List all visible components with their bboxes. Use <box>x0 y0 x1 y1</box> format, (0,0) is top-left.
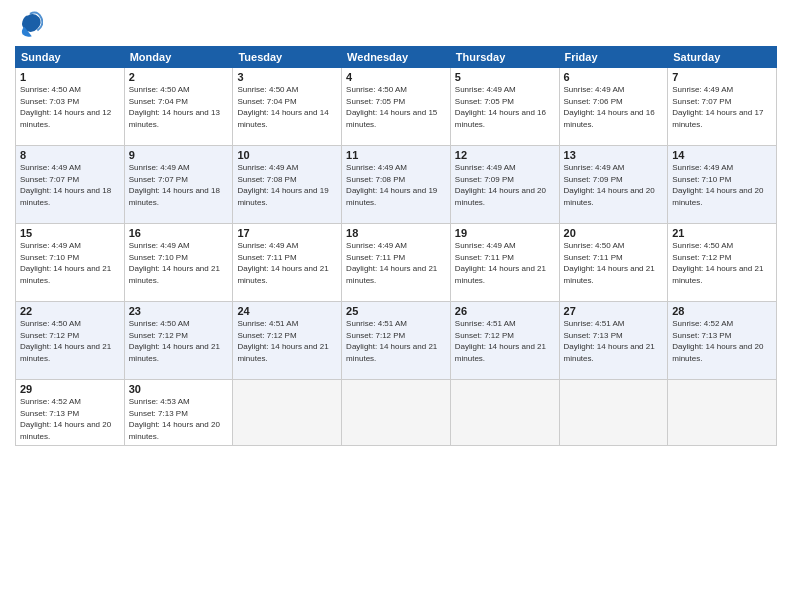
day-info: Sunrise: 4:49 AMSunset: 7:11 PMDaylight:… <box>346 241 437 285</box>
day-cell: 5 Sunrise: 4:49 AMSunset: 7:05 PMDayligh… <box>450 68 559 146</box>
day-number: 4 <box>346 71 446 83</box>
day-info: Sunrise: 4:49 AMSunset: 7:08 PMDaylight:… <box>237 163 328 207</box>
header-saturday: Saturday <box>668 47 777 68</box>
day-cell: 19 Sunrise: 4:49 AMSunset: 7:11 PMDaylig… <box>450 224 559 302</box>
day-info: Sunrise: 4:49 AMSunset: 7:07 PMDaylight:… <box>672 85 763 129</box>
day-cell: 1 Sunrise: 4:50 AMSunset: 7:03 PMDayligh… <box>16 68 125 146</box>
day-cell: 20 Sunrise: 4:50 AMSunset: 7:11 PMDaylig… <box>559 224 668 302</box>
day-cell: 28 Sunrise: 4:52 AMSunset: 7:13 PMDaylig… <box>668 302 777 380</box>
day-cell: 12 Sunrise: 4:49 AMSunset: 7:09 PMDaylig… <box>450 146 559 224</box>
day-info: Sunrise: 4:50 AMSunset: 7:12 PMDaylight:… <box>672 241 763 285</box>
day-cell: 7 Sunrise: 4:49 AMSunset: 7:07 PMDayligh… <box>668 68 777 146</box>
logo <box>15 10 47 38</box>
day-number: 15 <box>20 227 120 239</box>
day-number: 16 <box>129 227 229 239</box>
day-info: Sunrise: 4:49 AMSunset: 7:11 PMDaylight:… <box>237 241 328 285</box>
week-row-2: 8 Sunrise: 4:49 AMSunset: 7:07 PMDayligh… <box>16 146 777 224</box>
day-cell: 9 Sunrise: 4:49 AMSunset: 7:07 PMDayligh… <box>124 146 233 224</box>
day-number: 10 <box>237 149 337 161</box>
day-cell: 18 Sunrise: 4:49 AMSunset: 7:11 PMDaylig… <box>342 224 451 302</box>
day-cell <box>668 380 777 446</box>
day-cell: 27 Sunrise: 4:51 AMSunset: 7:13 PMDaylig… <box>559 302 668 380</box>
day-number: 29 <box>20 383 120 395</box>
day-cell: 3 Sunrise: 4:50 AMSunset: 7:04 PMDayligh… <box>233 68 342 146</box>
day-info: Sunrise: 4:49 AMSunset: 7:10 PMDaylight:… <box>20 241 111 285</box>
day-cell: 4 Sunrise: 4:50 AMSunset: 7:05 PMDayligh… <box>342 68 451 146</box>
day-cell: 21 Sunrise: 4:50 AMSunset: 7:12 PMDaylig… <box>668 224 777 302</box>
day-info: Sunrise: 4:50 AMSunset: 7:11 PMDaylight:… <box>564 241 655 285</box>
header-wednesday: Wednesday <box>342 47 451 68</box>
day-info: Sunrise: 4:52 AMSunset: 7:13 PMDaylight:… <box>20 397 111 441</box>
day-cell: 23 Sunrise: 4:50 AMSunset: 7:12 PMDaylig… <box>124 302 233 380</box>
day-info: Sunrise: 4:49 AMSunset: 7:07 PMDaylight:… <box>20 163 111 207</box>
day-info: Sunrise: 4:49 AMSunset: 7:09 PMDaylight:… <box>455 163 546 207</box>
day-info: Sunrise: 4:49 AMSunset: 7:06 PMDaylight:… <box>564 85 655 129</box>
day-number: 7 <box>672 71 772 83</box>
day-info: Sunrise: 4:50 AMSunset: 7:03 PMDaylight:… <box>20 85 111 129</box>
day-cell <box>450 380 559 446</box>
day-info: Sunrise: 4:49 AMSunset: 7:09 PMDaylight:… <box>564 163 655 207</box>
day-cell: 24 Sunrise: 4:51 AMSunset: 7:12 PMDaylig… <box>233 302 342 380</box>
day-number: 30 <box>129 383 229 395</box>
day-cell: 26 Sunrise: 4:51 AMSunset: 7:12 PMDaylig… <box>450 302 559 380</box>
day-number: 5 <box>455 71 555 83</box>
day-number: 23 <box>129 305 229 317</box>
day-info: Sunrise: 4:50 AMSunset: 7:12 PMDaylight:… <box>129 319 220 363</box>
day-info: Sunrise: 4:50 AMSunset: 7:12 PMDaylight:… <box>20 319 111 363</box>
header-friday: Friday <box>559 47 668 68</box>
day-number: 12 <box>455 149 555 161</box>
header-sunday: Sunday <box>16 47 125 68</box>
calendar-table: SundayMondayTuesdayWednesdayThursdayFrid… <box>15 46 777 446</box>
day-number: 26 <box>455 305 555 317</box>
logo-icon <box>15 10 43 38</box>
day-number: 17 <box>237 227 337 239</box>
day-number: 20 <box>564 227 664 239</box>
day-number: 19 <box>455 227 555 239</box>
day-number: 3 <box>237 71 337 83</box>
day-info: Sunrise: 4:49 AMSunset: 7:05 PMDaylight:… <box>455 85 546 129</box>
day-info: Sunrise: 4:49 AMSunset: 7:10 PMDaylight:… <box>672 163 763 207</box>
day-number: 18 <box>346 227 446 239</box>
day-info: Sunrise: 4:52 AMSunset: 7:13 PMDaylight:… <box>672 319 763 363</box>
day-cell: 15 Sunrise: 4:49 AMSunset: 7:10 PMDaylig… <box>16 224 125 302</box>
day-cell: 25 Sunrise: 4:51 AMSunset: 7:12 PMDaylig… <box>342 302 451 380</box>
day-cell: 8 Sunrise: 4:49 AMSunset: 7:07 PMDayligh… <box>16 146 125 224</box>
day-info: Sunrise: 4:50 AMSunset: 7:05 PMDaylight:… <box>346 85 437 129</box>
day-cell: 6 Sunrise: 4:49 AMSunset: 7:06 PMDayligh… <box>559 68 668 146</box>
header-row: SundayMondayTuesdayWednesdayThursdayFrid… <box>16 47 777 68</box>
day-number: 22 <box>20 305 120 317</box>
day-cell: 17 Sunrise: 4:49 AMSunset: 7:11 PMDaylig… <box>233 224 342 302</box>
calendar-header: SundayMondayTuesdayWednesdayThursdayFrid… <box>16 47 777 68</box>
header <box>15 10 777 38</box>
day-info: Sunrise: 4:49 AMSunset: 7:07 PMDaylight:… <box>129 163 220 207</box>
week-row-3: 15 Sunrise: 4:49 AMSunset: 7:10 PMDaylig… <box>16 224 777 302</box>
day-number: 14 <box>672 149 772 161</box>
day-info: Sunrise: 4:50 AMSunset: 7:04 PMDaylight:… <box>237 85 328 129</box>
day-info: Sunrise: 4:51 AMSunset: 7:12 PMDaylight:… <box>237 319 328 363</box>
day-info: Sunrise: 4:49 AMSunset: 7:11 PMDaylight:… <box>455 241 546 285</box>
week-row-4: 22 Sunrise: 4:50 AMSunset: 7:12 PMDaylig… <box>16 302 777 380</box>
day-cell: 11 Sunrise: 4:49 AMSunset: 7:08 PMDaylig… <box>342 146 451 224</box>
day-info: Sunrise: 4:51 AMSunset: 7:13 PMDaylight:… <box>564 319 655 363</box>
day-number: 9 <box>129 149 229 161</box>
day-number: 25 <box>346 305 446 317</box>
day-number: 27 <box>564 305 664 317</box>
day-info: Sunrise: 4:51 AMSunset: 7:12 PMDaylight:… <box>346 319 437 363</box>
day-info: Sunrise: 4:53 AMSunset: 7:13 PMDaylight:… <box>129 397 220 441</box>
day-cell: 29 Sunrise: 4:52 AMSunset: 7:13 PMDaylig… <box>16 380 125 446</box>
day-number: 13 <box>564 149 664 161</box>
day-cell: 22 Sunrise: 4:50 AMSunset: 7:12 PMDaylig… <box>16 302 125 380</box>
day-number: 11 <box>346 149 446 161</box>
day-cell: 14 Sunrise: 4:49 AMSunset: 7:10 PMDaylig… <box>668 146 777 224</box>
day-cell: 10 Sunrise: 4:49 AMSunset: 7:08 PMDaylig… <box>233 146 342 224</box>
day-number: 1 <box>20 71 120 83</box>
day-cell <box>342 380 451 446</box>
day-number: 21 <box>672 227 772 239</box>
day-number: 2 <box>129 71 229 83</box>
day-cell: 30 Sunrise: 4:53 AMSunset: 7:13 PMDaylig… <box>124 380 233 446</box>
day-number: 24 <box>237 305 337 317</box>
header-tuesday: Tuesday <box>233 47 342 68</box>
day-info: Sunrise: 4:49 AMSunset: 7:08 PMDaylight:… <box>346 163 437 207</box>
day-cell: 13 Sunrise: 4:49 AMSunset: 7:09 PMDaylig… <box>559 146 668 224</box>
day-info: Sunrise: 4:51 AMSunset: 7:12 PMDaylight:… <box>455 319 546 363</box>
